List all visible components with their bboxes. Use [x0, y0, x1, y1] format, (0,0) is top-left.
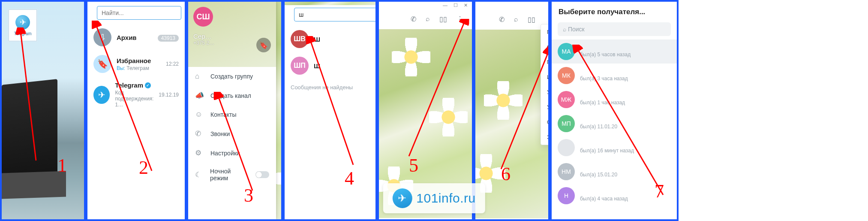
avatar-initials: ШП: [294, 62, 306, 70]
dialog-search-input[interactable]: ⌕ Поиск: [558, 22, 671, 36]
step-number: 5: [409, 154, 418, 176]
megaphone-icon: 📣: [195, 91, 204, 100]
arrow-step-6: [488, 19, 550, 178]
arrow-step-1: [10, 27, 53, 173]
avatar-initials: ШВ: [294, 35, 306, 43]
step-number: 1: [57, 154, 67, 176]
watermark: ✈ 101info.ru: [383, 183, 485, 213]
step-number: 6: [501, 163, 511, 185]
search-input[interactable]: [97, 6, 181, 20]
step-panel-6: ✆ ⌕ ▯▯ Показать профиль Отключить уведом…: [474, 0, 550, 221]
menu-item-new-group[interactable]: ⌂ Создать группу: [188, 67, 276, 86]
arrow-step-5: [396, 19, 473, 165]
minimize-icon[interactable]: —: [440, 3, 450, 8]
step-panel-7: Выберите получателя... ⌕ Поиск МАбыл(а) …: [550, 0, 679, 221]
group-icon: ⌂: [195, 72, 204, 81]
svg-line-1: [21, 32, 36, 160]
svg-line-7: [310, 40, 353, 165]
menu-label: Создать группу: [210, 73, 253, 80]
step-panel-3: СШ Сер… +375 2… 🔖 ⌂ Создать группу 📣 Соз…: [186, 0, 283, 221]
svg-line-13: [577, 49, 663, 195]
svg-line-11: [501, 52, 548, 169]
step-number: 2: [139, 157, 148, 179]
laptop-base: [2, 171, 66, 199]
phone-icon: ✆: [195, 129, 204, 138]
person-icon: ☺: [195, 110, 204, 119]
moon-icon: ☾: [195, 170, 203, 179]
svg-line-9: [409, 21, 465, 156]
arrow-step-4: [306, 36, 377, 178]
telegram-plane-icon: ✈: [392, 188, 412, 208]
dialog-search-placeholder: Поиск: [568, 26, 585, 33]
drawer-header: СШ Сер… +375 2… 🔖: [188, 2, 276, 67]
dialog-title: Выберите получателя...: [552, 2, 677, 22]
watermark-text: 101info.ru: [416, 191, 475, 206]
step-panel-1: ✈ Telegram 1: [0, 0, 86, 221]
close-icon[interactable]: ✕: [461, 3, 470, 8]
gear-icon: ⚙: [195, 148, 204, 157]
maximize-icon[interactable]: ☐: [451, 3, 460, 8]
window-controls: — ☐ ✕: [379, 2, 472, 9]
arrow-step-2: [92, 21, 177, 192]
step-number: 7: [655, 180, 664, 202]
saved-bookmark-button[interactable]: 🔖: [256, 38, 271, 52]
avatar-initials: СШ: [196, 12, 210, 21]
svg-line-5: [218, 96, 252, 191]
svg-line-3: [96, 25, 152, 171]
step-panel-2: ⇩ Архив 43913 🔖 Избранное Вы: Телеграм 1…: [86, 0, 186, 221]
step-panel-4: ✕ ШВ Ш ШП Ш Сообщения не найдены 4: [283, 0, 377, 221]
user-avatar[interactable]: СШ: [193, 7, 213, 27]
step-number: 3: [244, 185, 253, 206]
step-number: 4: [345, 167, 354, 189]
search-input[interactable]: [294, 8, 377, 21]
